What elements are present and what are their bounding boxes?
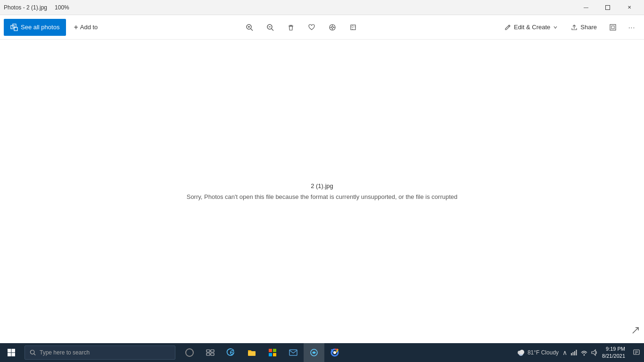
main-content: 2 (1).jpg Sorry, Photos can't open this … [0, 40, 644, 343]
svg-point-53 [584, 354, 585, 356]
edge-icon [226, 348, 236, 357]
add-to-button[interactable]: + Add to [68, 19, 103, 36]
expand-icon[interactable] [631, 326, 640, 337]
maximize-button[interactable] [597, 0, 619, 15]
svg-rect-11 [289, 25, 292, 25]
taskbar-app-icons [179, 343, 345, 362]
weather-icon [516, 348, 526, 357]
taskbar-right-icons: ∧ [562, 349, 598, 356]
taskbar-date-value: 8/21/2021 [602, 353, 625, 360]
delete-button[interactable] [282, 19, 299, 36]
toolbar: See all photos + Add to [0, 15, 644, 40]
zoom-out-button[interactable] [262, 19, 279, 36]
chevron-down-icon [553, 25, 558, 30]
close-button[interactable]: ✕ [619, 0, 640, 15]
fit-to-window-button[interactable] [604, 19, 621, 36]
taskbar-edge-button[interactable] [221, 343, 241, 362]
edit-create-button[interactable]: Edit & Create [499, 19, 563, 36]
edit-create-label: Edit & Create [514, 24, 550, 31]
svg-point-45 [333, 351, 336, 354]
taskbar-time-value: 9:19 PM [602, 346, 625, 353]
svg-point-48 [520, 350, 524, 354]
svg-rect-51 [574, 351, 575, 355]
svg-marker-54 [592, 350, 595, 355]
taskbar-clock[interactable]: 9:19 PM 8/21/2021 [602, 346, 625, 360]
svg-rect-35 [206, 353, 210, 355]
minimize-button[interactable]: — [575, 0, 597, 15]
error-message: Sorry, Photos can't open this file becau… [187, 193, 458, 200]
svg-rect-0 [606, 5, 610, 9]
weather-area[interactable]: 81°F Cloudy [512, 348, 562, 357]
fit-icon [609, 24, 617, 31]
svg-rect-29 [8, 353, 11, 357]
share-button[interactable]: Share [565, 19, 603, 36]
svg-rect-39 [273, 349, 276, 352]
taskbar-search-box[interactable] [25, 346, 175, 360]
svg-rect-24 [610, 25, 616, 30]
start-button[interactable] [0, 343, 23, 362]
taskbar-photos-button[interactable] [304, 343, 324, 362]
mail-icon [289, 348, 298, 357]
svg-line-5 [251, 29, 253, 31]
zoom-in-button[interactable] [241, 19, 258, 36]
svg-rect-3 [14, 27, 17, 31]
add-to-label: Add to [80, 24, 98, 31]
svg-rect-27 [8, 349, 11, 353]
taskview-icon [206, 348, 215, 357]
see-all-photos-button[interactable]: See all photos [4, 19, 66, 36]
titlebar: Photos - 2 (1).jpg 100% — ✕ [0, 0, 644, 15]
heart-icon [308, 24, 315, 31]
taskbar-store-button[interactable] [262, 343, 283, 362]
toolbar-center [241, 19, 362, 36]
app-title: Photos - 2 (1).jpg [4, 4, 47, 11]
weather-text: 81°F Cloudy [528, 349, 559, 356]
svg-line-22 [508, 25, 509, 26]
more-icon: ··· [628, 24, 636, 31]
svg-rect-25 [611, 26, 614, 29]
svg-rect-40 [269, 353, 272, 356]
plus-icon: + [74, 23, 78, 32]
taskbar-search-input[interactable] [40, 349, 170, 356]
store-icon [268, 348, 277, 357]
titlebar-left: Photos - 2 (1).jpg 100% [4, 4, 69, 11]
svg-rect-38 [269, 349, 272, 352]
compare-button[interactable] [324, 19, 341, 36]
taskbar: 81°F Cloudy ∧ 9:19 PM 8/21/2021 [0, 343, 644, 362]
svg-line-26 [633, 328, 638, 333]
photos-icon [10, 24, 18, 31]
svg-line-9 [272, 29, 273, 31]
svg-rect-49 [571, 353, 572, 355]
taskbar-cortana-button[interactable] [179, 343, 200, 362]
crop-button[interactable] [345, 19, 362, 36]
error-filename: 2 (1).jpg [311, 182, 333, 189]
svg-rect-28 [12, 349, 16, 353]
taskbar-chrome-button[interactable] [324, 343, 345, 362]
svg-rect-36 [211, 353, 214, 355]
taskbar-taskview-button[interactable] [200, 343, 221, 362]
volume-icon [591, 349, 598, 356]
taskbar-mail-button[interactable] [283, 343, 304, 362]
svg-rect-42 [289, 350, 297, 355]
svg-rect-52 [576, 350, 577, 355]
chevron-up-icon[interactable]: ∧ [562, 349, 567, 356]
notification-center-button[interactable] [629, 343, 644, 362]
zoom-level: 100% [55, 4, 69, 11]
cortana-icon [185, 348, 194, 357]
delete-icon [287, 24, 295, 31]
wifi-icon [580, 349, 588, 356]
svg-rect-50 [573, 352, 574, 355]
favorite-button[interactable] [303, 19, 320, 36]
chrome-icon [330, 348, 339, 357]
notification-icon [633, 349, 640, 356]
svg-point-31 [30, 350, 34, 354]
network-icon [570, 349, 578, 356]
windows-icon [7, 348, 16, 357]
taskbar-fileexplorer-button[interactable] [241, 343, 262, 362]
crop-icon [349, 24, 357, 31]
svg-point-14 [331, 26, 333, 28]
more-options-button[interactable]: ··· [623, 19, 640, 36]
share-label: Share [580, 24, 597, 31]
svg-rect-37 [248, 351, 256, 356]
svg-rect-30 [12, 353, 16, 357]
svg-rect-33 [206, 350, 210, 352]
